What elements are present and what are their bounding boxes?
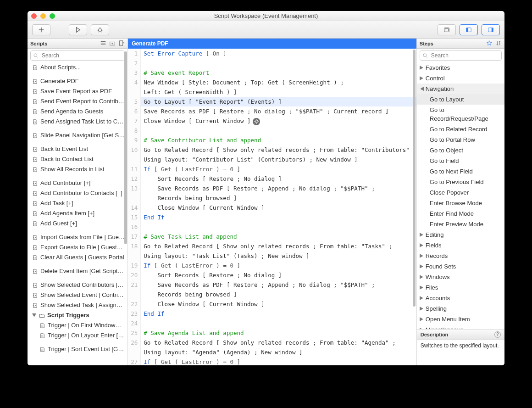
code-line[interactable]: 1Set Error Capture [ On ] bbox=[128, 49, 416, 58]
script-item[interactable]: Show Selected Event | Contri… bbox=[28, 290, 127, 300]
scripts-search-input[interactable] bbox=[30, 50, 125, 61]
code-line[interactable]: Using layout: "Task List" (Tasks) ; New … bbox=[128, 251, 416, 261]
step-category[interactable]: Favorites bbox=[417, 62, 504, 73]
toggle-right-panel-button[interactable] bbox=[482, 24, 500, 35]
code-line[interactable]: 15End If bbox=[128, 212, 416, 222]
script-item[interactable]: About Scripts... bbox=[28, 62, 127, 73]
step-category[interactable]: Miscellaneous bbox=[417, 324, 504, 329]
script-item[interactable]: Add Contributor to Contacts [+] bbox=[28, 188, 127, 198]
list-view-icon[interactable] bbox=[100, 40, 106, 47]
code-line[interactable]: 9# Save Contributor List and append bbox=[128, 135, 416, 145]
code-line[interactable]: Records being browsed ] bbox=[128, 193, 416, 203]
code-line[interactable]: 12 Sort Records [ Restore ; No dialog ] bbox=[128, 174, 416, 184]
step-category[interactable]: Found Sets bbox=[417, 261, 504, 272]
code-line[interactable]: 22 Close Window [ Current Window ] bbox=[128, 299, 416, 309]
sort-icon[interactable] bbox=[495, 40, 502, 47]
step-category[interactable]: Navigation bbox=[417, 84, 504, 94]
step-item[interactable]: Go to Next Field bbox=[417, 166, 504, 177]
new-script-button[interactable] bbox=[32, 24, 50, 35]
code-line[interactable]: 17# Save Task List and append bbox=[128, 232, 416, 241]
code-line[interactable]: Records being browsed ] bbox=[128, 290, 416, 299]
step-category[interactable]: Editing bbox=[417, 229, 504, 240]
step-item[interactable]: Go to Previous Field bbox=[417, 177, 504, 187]
code-line[interactable]: 5Go to Layout [ "Event Report" (Events) … bbox=[128, 97, 416, 106]
script-item[interactable]: Trigger | Sort Event List [G… bbox=[28, 344, 127, 354]
step-category[interactable]: Fields bbox=[417, 240, 504, 251]
script-item[interactable]: Send Assigned Task List to C… bbox=[28, 117, 127, 127]
step-category[interactable]: Control bbox=[417, 73, 504, 84]
script-item[interactable]: Back to Event List bbox=[28, 144, 127, 154]
step-item[interactable]: Go to Object bbox=[417, 145, 504, 156]
new-folder-icon[interactable] bbox=[109, 40, 116, 47]
run-script-button[interactable] bbox=[69, 24, 87, 35]
step-item[interactable]: Go to Layout bbox=[417, 94, 504, 105]
code-line[interactable]: Using layout: "Agenda" (Agenda) ; New wi… bbox=[128, 347, 416, 357]
script-item[interactable]: Show Selected Task | Assign… bbox=[28, 300, 127, 310]
script-item[interactable]: Add Contributor [+] bbox=[28, 178, 127, 188]
debug-script-button[interactable] bbox=[91, 24, 109, 35]
script-item[interactable]: Clear All Guests | Guests Portal bbox=[28, 252, 127, 263]
script-item[interactable]: Delete Event Item [Get Script… bbox=[28, 266, 127, 276]
step-category[interactable]: Accounts bbox=[417, 293, 504, 303]
code-line[interactable]: 7Close Window [ Current Window ] bbox=[128, 116, 416, 126]
code-line[interactable]: 13 Save Records as PDF [ Restore ; Appen… bbox=[128, 184, 416, 193]
code-line[interactable]: 19If [ Get ( LastError ) = 0 ] bbox=[128, 261, 416, 270]
step-item[interactable]: Close Popover bbox=[417, 187, 504, 198]
code-line[interactable]: Using layout: "Contributor List" (Contri… bbox=[128, 155, 416, 164]
code-line[interactable]: 27If [ Get ( LastError ) = 0 ] bbox=[128, 357, 416, 365]
code-line[interactable]: 11If [ Get ( LastError ) = 0 ] bbox=[128, 164, 416, 174]
script-item[interactable]: Import Guests from File | Gue… bbox=[28, 232, 127, 242]
titlebar[interactable]: Script Workspace (Event Management) bbox=[28, 11, 504, 21]
script-item[interactable]: Generate PDF bbox=[28, 76, 127, 86]
code-line[interactable]: 6Save Records as PDF [ Restore ; No dial… bbox=[128, 106, 416, 116]
script-item[interactable]: Add Agenda Item [+] bbox=[28, 208, 127, 218]
script-item[interactable]: Save Event Report as PDF bbox=[28, 86, 127, 96]
step-item[interactable]: Enter Browse Mode bbox=[417, 198, 504, 208]
code-line[interactable]: 2 bbox=[128, 58, 416, 68]
code-line[interactable]: Left: Get ( ScreenWidth ) ] bbox=[128, 87, 416, 97]
scripts-list[interactable]: About Scripts...Generate PDFSave Event R… bbox=[28, 62, 127, 365]
steps-list[interactable]: FavoritesControlNavigationGo to LayoutGo… bbox=[417, 62, 504, 329]
code-line[interactable]: 16 bbox=[128, 222, 416, 232]
code-line[interactable]: 26Go to Related Record [ Show only relat… bbox=[128, 338, 416, 347]
step-item[interactable]: Enter Preview Mode bbox=[417, 219, 504, 229]
code-line[interactable]: 14 Close Window [ Current Window ] bbox=[128, 203, 416, 212]
step-category[interactable]: Records bbox=[417, 251, 504, 261]
code-line[interactable]: 4New Window [ Style: Document ; Top: Get… bbox=[128, 78, 416, 87]
step-item[interactable]: Go to Portal Row bbox=[417, 134, 504, 145]
step-category[interactable]: Windows bbox=[417, 272, 504, 282]
help-icon[interactable]: ? bbox=[494, 331, 501, 338]
code-line[interactable]: 20 Sort Records [ Restore ; No dialog ] bbox=[128, 270, 416, 280]
toggle-left-panel-button[interactable] bbox=[460, 24, 478, 35]
step-category[interactable]: Files bbox=[417, 282, 504, 293]
script-item[interactable]: Add Guest [+] bbox=[28, 218, 127, 229]
script-item[interactable]: Send Event Report to Contrib… bbox=[28, 96, 127, 106]
script-item[interactable]: Send Agenda to Guests bbox=[28, 106, 127, 117]
code-line[interactable]: 3# Save event Report bbox=[128, 68, 416, 78]
step-category[interactable]: Spelling bbox=[417, 303, 504, 314]
script-item[interactable]: Trigger | On First Window… bbox=[28, 320, 127, 330]
code-line[interactable]: 10Go to Related Record [ Show only relat… bbox=[128, 145, 416, 155]
new-script-icon[interactable] bbox=[118, 40, 125, 47]
script-item[interactable]: Add Task [+] bbox=[28, 198, 127, 208]
code-line[interactable]: 18Go to Related Record [ Show only relat… bbox=[128, 241, 416, 251]
script-item[interactable]: Back to Contact List bbox=[28, 154, 127, 164]
step-category[interactable]: Open Menu Item bbox=[417, 314, 504, 324]
code-line[interactable]: 24 bbox=[128, 319, 416, 328]
gear-icon[interactable] bbox=[253, 118, 260, 125]
script-item[interactable]: Show Selected Contributors |… bbox=[28, 280, 127, 290]
step-item[interactable]: Go to Record/Request/Page bbox=[417, 105, 504, 124]
editor-tab[interactable]: Generate PDF bbox=[128, 39, 416, 49]
editor-scrollbar[interactable] bbox=[413, 50, 416, 307]
step-item[interactable]: Enter Find Mode bbox=[417, 208, 504, 219]
script-editor[interactable]: 1Set Error Capture [ On ]23# Save event … bbox=[128, 49, 416, 365]
script-item[interactable]: Trigger | On Layout Enter [… bbox=[28, 330, 127, 341]
step-item[interactable]: Go to Related Record bbox=[417, 124, 504, 134]
code-line[interactable]: 21 Save Records as PDF [ Restore ; Appen… bbox=[128, 280, 416, 290]
script-item[interactable]: Show All Records in List bbox=[28, 164, 127, 174]
script-item[interactable]: Slide Panel Navigation [Get S… bbox=[28, 130, 127, 140]
steps-search-input[interactable] bbox=[420, 50, 502, 61]
show-scripts-panel-button[interactable] bbox=[438, 24, 456, 35]
script-item[interactable]: Export Guests to File | Guest… bbox=[28, 242, 127, 252]
code-line[interactable]: 8 bbox=[128, 126, 416, 135]
